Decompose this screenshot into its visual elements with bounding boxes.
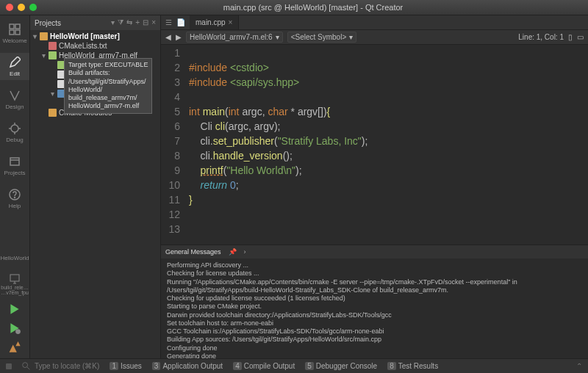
code-editor[interactable]: 12345678910111213 #include <cstdio>#incl… — [161, 45, 588, 245]
help-icon — [8, 188, 21, 201]
cmake-icon — [49, 42, 57, 50]
status-item[interactable]: 5Debugger Console — [305, 362, 377, 370]
status-item[interactable]: 4Compile Output — [233, 362, 295, 370]
chevron-icon[interactable]: ▾ — [40, 51, 46, 59]
mode-edit[interactable]: Edit — [0, 53, 29, 80]
projects-pane: Projects ▾ ⧩ ⇆ + ⊟ × ▾ HelloWorld [maste… — [30, 15, 161, 358]
add-icon[interactable]: + — [135, 18, 140, 27]
mode-debug[interactable]: Debug — [0, 119, 29, 146]
split-v-icon[interactable]: ▭ — [577, 33, 584, 41]
editor-area: ☰ 📄 main.cpp × ◀ ▶ HelloWorld_armv7-m.el… — [161, 15, 588, 358]
svg-point-9 — [15, 329, 21, 334]
svg-point-4 — [11, 125, 18, 132]
projects-icon — [8, 155, 21, 168]
tree-item-label: CMakeLists.txt — [59, 42, 107, 50]
messages-tab[interactable]: General Messages — [165, 248, 221, 256]
monitor-icon — [9, 273, 21, 285]
folder-icon — [40, 32, 48, 40]
split-icon[interactable]: ⊟ — [143, 18, 148, 27]
editor-toolbar: ◀ ▶ HelloWorld_armv7-m.el:6▾ <Select Sym… — [161, 30, 588, 45]
mode-help[interactable]: Help — [0, 185, 29, 212]
bookmark-icon[interactable]: ☰ — [165, 18, 172, 26]
build-artifacts-tooltip: Target type: EXECUTABLE Build artifacts:… — [64, 58, 152, 114]
symbol-combo[interactable]: <Select Symbol>▾ — [287, 32, 357, 43]
close-pane-icon[interactable]: × — [151, 18, 156, 27]
chevron-down-icon: ▾ — [349, 33, 353, 41]
filter-icon[interactable]: ▾ — [111, 18, 115, 27]
window-title: main.cpp (src @ HelloWorld) [master] - Q… — [44, 3, 582, 12]
svg-point-10 — [23, 363, 28, 368]
close-tab-icon[interactable]: × — [229, 18, 233, 26]
pin-icon[interactable]: 📌 — [229, 248, 237, 256]
projects-pane-title: Projects — [35, 19, 61, 27]
funnel-icon[interactable]: ⧩ — [118, 18, 123, 27]
chevron-up-icon[interactable]: ⌃ — [576, 362, 582, 370]
mode-bar: Welcome Edit Design Debug Projects Help … — [0, 15, 30, 358]
split-h-icon[interactable]: ▯ — [568, 33, 573, 41]
tree-root[interactable]: ▾ HelloWorld [master] — [30, 32, 160, 41]
status-bar: Type to locate (⌘K) 1Issues3Application … — [0, 358, 588, 373]
chevron-down-icon[interactable]: ▾ — [32, 32, 37, 40]
editor-tabs: ☰ 📄 main.cpp × — [161, 15, 588, 30]
build-icon[interactable] — [8, 341, 21, 354]
locator[interactable]: Type to locate (⌘K) — [22, 362, 99, 370]
edit-icon — [8, 56, 21, 69]
gutter: 12345678910111213 — [161, 45, 186, 245]
svg-rect-2 — [10, 30, 14, 35]
tree-item[interactable]: CMakeLists.txt — [30, 41, 160, 51]
file-icon: 📄 — [176, 18, 185, 26]
chevron-icon[interactable]: ▾ — [49, 90, 55, 98]
file-combo[interactable]: HelloWorld_armv7-m.el:6▾ — [186, 32, 283, 43]
run-icon[interactable] — [8, 303, 21, 316]
debug-icon — [8, 122, 21, 135]
chevron-right-icon[interactable]: › — [244, 248, 246, 256]
kit-selector[interactable]: HelloWorld build_rele… …v7em_fpu — [0, 247, 29, 358]
sync-icon[interactable]: ⇆ — [126, 18, 132, 27]
status-item[interactable]: 1Issues — [110, 362, 141, 370]
messages-body[interactable]: Performing API discovery ... Checking fo… — [161, 258, 588, 358]
mode-welcome[interactable]: Welcome — [0, 20, 29, 47]
code-text[interactable]: #include <cstdio>#include <sapi/sys.hpp>… — [186, 45, 370, 245]
svg-point-7 — [15, 198, 15, 198]
svg-rect-0 — [10, 24, 14, 29]
minimize-window-icon[interactable] — [18, 4, 25, 11]
chevron-down-icon: ▾ — [276, 33, 279, 41]
mode-projects[interactable]: Projects — [0, 152, 29, 179]
status-item[interactable]: 8Test Results — [387, 362, 438, 370]
tab-label: main.cpp — [196, 18, 226, 26]
line-col-label: Line: 1, Col: 1 — [518, 33, 564, 41]
elf-icon — [49, 51, 57, 59]
nav-back-icon[interactable]: ◀ — [165, 33, 171, 41]
titlebar: main.cpp (src @ HelloWorld) [master] - Q… — [0, 0, 588, 15]
messages-pane: General Messages 📌 › Performing API disc… — [161, 245, 588, 358]
zoom-window-icon[interactable] — [29, 4, 37, 11]
run-debug-icon[interactable] — [8, 322, 21, 335]
status-square-icon[interactable] — [6, 363, 12, 369]
folder-icon — [49, 109, 57, 117]
svg-rect-8 — [10, 275, 19, 281]
nav-fwd-icon[interactable]: ▶ — [176, 33, 182, 41]
svg-rect-5 — [10, 158, 19, 165]
welcome-icon — [8, 23, 21, 36]
status-item[interactable]: 3Application Output — [152, 362, 223, 370]
svg-rect-1 — [15, 24, 20, 29]
mode-design[interactable]: Design — [0, 86, 29, 113]
close-window-icon[interactable] — [6, 4, 13, 11]
svg-rect-3 — [15, 30, 20, 35]
editor-tab-main[interactable]: main.cpp × — [190, 15, 239, 29]
design-icon — [8, 89, 21, 102]
search-icon — [22, 362, 30, 370]
project-tree[interactable]: ▾ HelloWorld [master] CMakeLists.txt▾Hel… — [30, 30, 160, 119]
